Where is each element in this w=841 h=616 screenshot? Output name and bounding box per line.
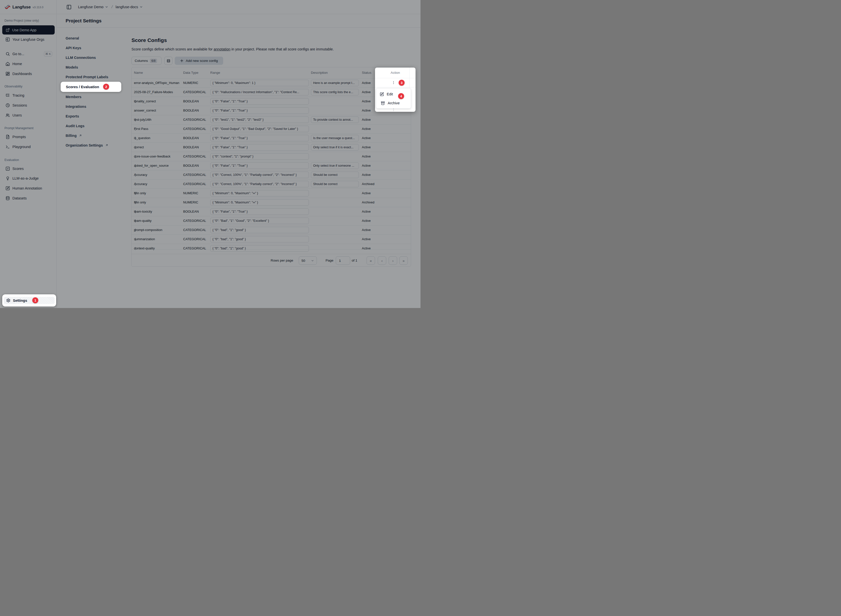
menu-item-label: Edit <box>387 92 393 96</box>
step-badge-2: 2 <box>103 84 109 89</box>
settings-nav-scores-evaluation[interactable]: Scores / Evaluation 2 <box>61 82 121 92</box>
settings-nav-label: Scores / Evaluation <box>66 85 99 89</box>
row-actions-button[interactable] <box>390 79 397 86</box>
row-actions-menu: Edit 4 Archive <box>376 88 411 109</box>
tutorial-dim-overlay <box>0 0 420 308</box>
divider <box>375 78 416 78</box>
step-badge-4: 4 <box>398 93 404 99</box>
step-badge-1: 1 <box>32 297 38 303</box>
step-badge-3: 3 <box>398 80 404 86</box>
action-column-spotlight: Action 3 Edit 4 Archive <box>375 67 416 112</box>
gear-icon <box>6 298 10 302</box>
sidebar-item-settings[interactable]: Settings 1 <box>4 297 55 304</box>
menu-item-archive[interactable]: Archive <box>376 99 411 107</box>
settings-spotlight-card: Settings 1 <box>2 294 56 307</box>
menu-item-edit[interactable]: Edit <box>376 90 411 98</box>
app-window: Langfuse v3.113.0 Demo Project (view onl… <box>0 0 420 308</box>
row-actions-button-faded <box>390 106 397 113</box>
menu-item-label: Archive <box>388 101 400 105</box>
archive-icon <box>381 101 385 105</box>
edit-pencil-icon <box>380 92 384 96</box>
settings-label: Settings <box>13 299 27 302</box>
